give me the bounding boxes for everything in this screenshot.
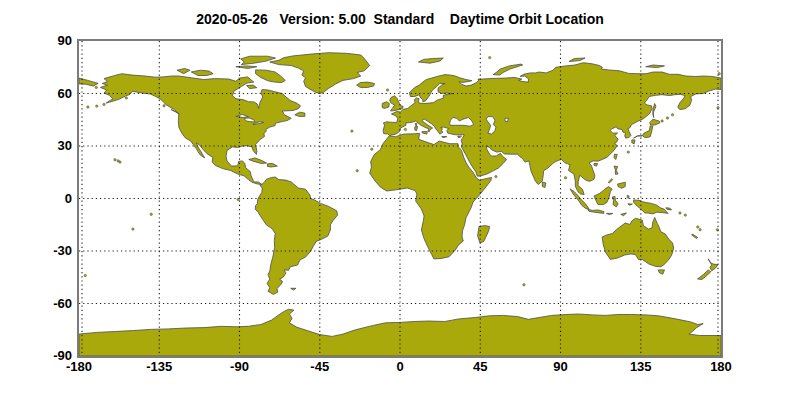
landmass-mindanao (618, 182, 626, 188)
landmass-lesser-sunda (607, 213, 613, 214)
x-tick-label--180: -180 (49, 359, 109, 375)
x-tick-label-135: 135 (611, 359, 671, 375)
small-island-dot (564, 177, 566, 179)
small-island-dot (523, 284, 525, 286)
landmass-honshu (634, 126, 653, 138)
landmass-halmahera (627, 195, 629, 198)
small-island-dot (132, 228, 134, 230)
landmass-hainan (594, 164, 598, 167)
small-island-dot (150, 213, 152, 215)
x-tick-label-180: 180 (691, 359, 751, 375)
small-island-dot (371, 148, 373, 150)
world-map-svg (79, 41, 721, 356)
small-island-dot (718, 73, 720, 75)
small-island-dot (96, 105, 98, 107)
landmass-new-zealand-north (708, 259, 718, 271)
x-tick-label--90: -90 (210, 359, 270, 375)
landmass-victoria-island (191, 70, 213, 75)
x-tick-label-90: 90 (531, 359, 591, 375)
small-island-dot (489, 56, 491, 58)
landmass-timor (621, 213, 627, 216)
y-tick-label-90: 90 (18, 33, 72, 49)
small-island-dot (84, 274, 86, 276)
landmass-tasmania (658, 270, 664, 274)
landmass-iceland (357, 82, 375, 87)
landmass-hispaniola (268, 164, 278, 168)
landmass-luzon (614, 166, 618, 174)
landmass-sardinia (415, 126, 418, 130)
small-island-dot (87, 106, 89, 108)
x-tick-label-0: 0 (370, 359, 430, 375)
landmass-new-siberian-islands (646, 65, 665, 68)
x-tick-label-45: 45 (450, 359, 510, 375)
landmass-sulawesi (612, 196, 618, 207)
landmass-australia (602, 217, 674, 266)
landmass-hokkaido (650, 119, 660, 125)
landmass-antarctica (79, 309, 721, 356)
y-tick-label-30: 30 (18, 138, 72, 154)
small-island-dot (103, 103, 105, 105)
landmass-palawan (608, 179, 613, 183)
landmass-new-britain (666, 208, 672, 210)
landmass-banks-island (177, 69, 190, 74)
landmass-sakhalin (653, 104, 656, 118)
small-island-dot (679, 212, 681, 214)
landmass-sicily (422, 132, 427, 135)
landmass-madagascar (478, 226, 490, 243)
x-tick-label--135: -135 (129, 359, 189, 375)
small-island-dot (356, 170, 358, 172)
landmass-southampton-island (247, 85, 257, 89)
landmass-kyushu (632, 140, 635, 144)
small-island-dot (404, 128, 406, 130)
landmass-new-caledonia (692, 234, 698, 238)
landmass-south-america (255, 177, 337, 294)
plot-frame (77, 39, 723, 358)
landmass-newfoundland (295, 112, 305, 116)
small-island-dot (697, 226, 699, 228)
small-island-dot (684, 214, 686, 216)
small-island-dot (163, 105, 165, 107)
small-island-dot (699, 229, 701, 231)
y-tick-label-60: 60 (18, 86, 72, 102)
landmass-new-guinea (634, 200, 668, 214)
y-tick-label-0: 0 (18, 191, 72, 207)
landmass-borneo (594, 187, 612, 205)
small-island-dot (671, 114, 673, 116)
landmass-taiwan (614, 154, 617, 159)
small-island-dot (119, 161, 121, 163)
landmass-seram (628, 204, 633, 205)
small-island-dot (95, 86, 97, 88)
small-island-dot (125, 97, 127, 99)
orbit-location-plot: { "title": "2020-05-26 Version: 5.00 Sta… (0, 0, 800, 400)
landmass-severnaya-zemlya (569, 58, 585, 62)
landmass-sri-lanka (542, 182, 546, 188)
landmass-cuba (249, 158, 267, 164)
small-island-dot (114, 159, 116, 161)
landmass-new-zealand-south (698, 270, 711, 280)
y-tick-label--30: -30 (18, 243, 72, 259)
landmass-svalbard (418, 58, 443, 63)
small-island-dot (386, 89, 388, 91)
landmass-baffin-island (256, 70, 286, 83)
landmass-novaya-zemlya (493, 64, 522, 75)
x-tick-label--45: -45 (290, 359, 350, 375)
small-island-dot (495, 175, 497, 177)
landmass-java (588, 209, 604, 213)
plot-title: 2020-05-26 Version: 5.00 Standard Daytim… (77, 11, 723, 27)
landmass-crete (442, 136, 447, 137)
y-tick-label--60: -60 (18, 296, 72, 312)
small-island-dot (666, 117, 668, 119)
landmass-ireland (382, 102, 389, 109)
small-island-dot (627, 151, 629, 153)
landmass-great-britain (390, 96, 404, 111)
landmass-corsica (415, 123, 417, 126)
landmass-ellesmere-island (241, 56, 276, 64)
small-island-dot (351, 130, 353, 132)
small-island-dot (661, 120, 663, 122)
landmass-cyprus (458, 136, 462, 138)
landmass-north-america (100, 74, 300, 185)
landmass-falklands (291, 288, 296, 290)
lake-aral-sea (505, 118, 509, 122)
